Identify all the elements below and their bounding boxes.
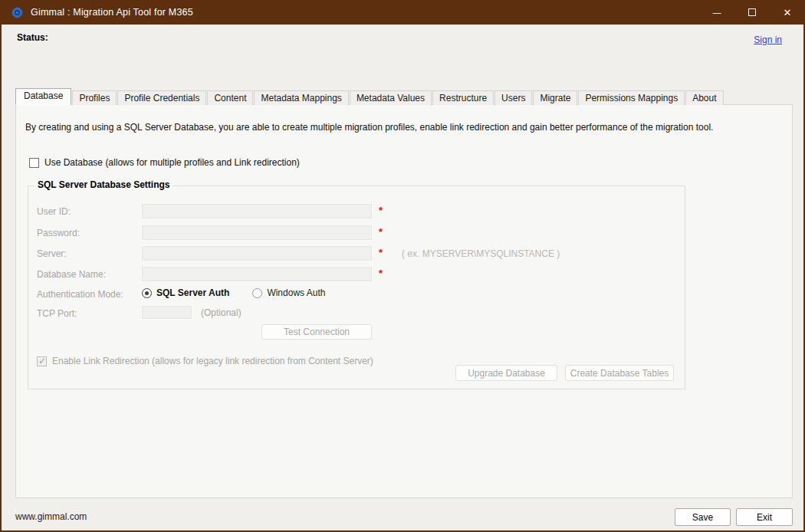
radio-unselected-icon [252, 288, 262, 298]
radio-windows-auth[interactable]: Windows Auth [252, 287, 325, 298]
server-hint: ( ex. MYSERVER\MYSQLINSTANCE ) [402, 248, 560, 259]
use-database-checkbox-row[interactable]: Use Database (allows for multiple profil… [29, 157, 300, 168]
tcp-port-hint: (Optional) [201, 307, 242, 318]
maximize-icon [748, 8, 756, 16]
user-id-required-mark: * [379, 205, 383, 216]
sign-in-link[interactable]: Sign in [754, 34, 782, 45]
create-database-tables-button[interactable]: Create Database Tables [565, 365, 674, 381]
user-id-field[interactable] [142, 204, 372, 218]
tab-content[interactable]: Content [207, 90, 253, 105]
groupbox-title: SQL Server Database Settings [34, 179, 173, 190]
radio-sql-server-auth-label: SQL Server Auth [156, 287, 229, 298]
database-tab-panel: By creating and using a SQL Server Datab… [15, 104, 793, 498]
sql-settings-groupbox: SQL Server Database Settings User ID: * … [28, 186, 685, 389]
tab-users[interactable]: Users [495, 90, 532, 105]
close-icon: ✕ [784, 7, 792, 18]
tab-migrate[interactable]: Migrate [533, 90, 577, 105]
use-database-checkbox[interactable] [29, 158, 39, 168]
use-database-label: Use Database (allows for multiple profil… [44, 157, 300, 168]
tab-profile-credentials[interactable]: Profile Credentials [117, 90, 206, 105]
tab-metadata-mappings[interactable]: Metadata Mappings [254, 90, 348, 105]
test-connection-button[interactable]: Test Connection [261, 324, 372, 340]
radio-windows-auth-label: Windows Auth [267, 287, 325, 298]
window-title: Gimmal : Migration Api Tool for M365 [31, 7, 193, 18]
minimize-button[interactable]: — [699, 0, 734, 25]
save-button[interactable]: Save [675, 508, 731, 526]
status-label: Status: [17, 32, 48, 43]
tab-restructure[interactable]: Restructure [432, 90, 494, 105]
enable-link-redirection-label: Enable Link Redirection (allows for lega… [52, 356, 373, 366]
tab-metadata-values[interactable]: Metadata Values [350, 90, 432, 105]
close-button[interactable]: ✕ [770, 0, 805, 25]
tab-database[interactable]: Database [15, 88, 71, 105]
upgrade-database-button[interactable]: Upgrade Database [455, 365, 557, 381]
website-link: www.gimmal.com [15, 511, 87, 522]
tcp-port-label: TCP Port: [37, 308, 77, 319]
database-name-required-mark: * [379, 268, 383, 279]
enable-link-redirection-row[interactable]: Enable Link Redirection (allows for lega… [37, 356, 373, 366]
database-name-field[interactable] [142, 267, 372, 281]
password-field[interactable] [142, 225, 372, 240]
radio-selected-icon [142, 288, 152, 298]
title-bar: Gimmal : Migration Api Tool for M365 — ✕ [0, 0, 805, 25]
minimize-icon: — [713, 8, 721, 17]
tab-about[interactable]: About [685, 90, 723, 105]
app-window: Gimmal : Migration Api Tool for M365 — ✕… [0, 0, 805, 532]
server-required-mark: * [379, 247, 383, 258]
password-label: Password: [37, 228, 80, 238]
tab-permissions-mappings[interactable]: Permissions Mappings [578, 90, 685, 105]
maximize-button[interactable] [734, 0, 770, 25]
app-gear-icon [11, 6, 24, 19]
tab-profiles[interactable]: Profiles [72, 90, 117, 105]
server-label: Server: [37, 248, 67, 259]
database-name-label: Database Name: [37, 269, 106, 280]
server-field[interactable] [142, 246, 372, 261]
exit-button[interactable]: Exit [736, 508, 793, 526]
database-description: By creating and using a SQL Server Datab… [25, 122, 713, 133]
auth-mode-radio-group: SQL Server Auth Windows Auth [142, 287, 348, 298]
tcp-port-field[interactable] [142, 306, 192, 319]
tab-strip: Database Profiles Profile Credentials Co… [15, 88, 724, 105]
user-id-label: User ID: [37, 206, 71, 217]
auth-mode-label: Authentication Mode: [37, 289, 123, 300]
password-required-mark: * [379, 226, 383, 238]
enable-link-redirection-checkbox[interactable] [37, 356, 47, 366]
radio-sql-server-auth[interactable]: SQL Server Auth [142, 287, 229, 298]
